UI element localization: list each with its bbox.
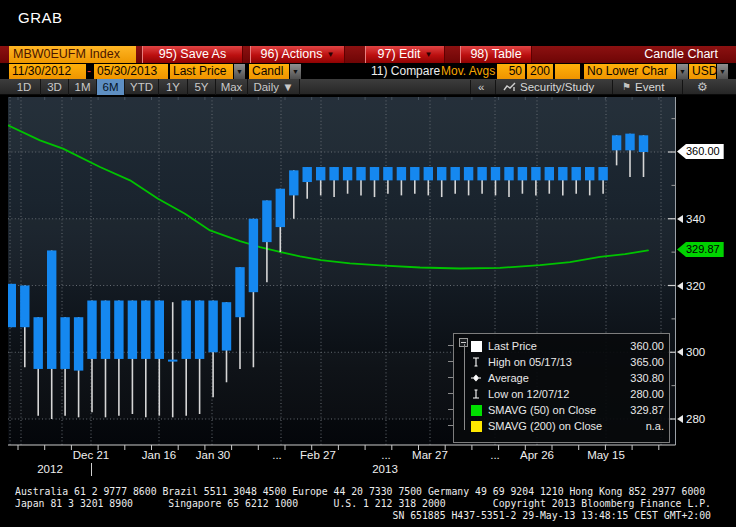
menu-bar: MBW0EUFM Index 95) Save As96) Actions▼97… xyxy=(0,46,736,63)
dropdown-arrow-icon: ▼ xyxy=(326,46,334,63)
axis-tick-arrow-icon xyxy=(677,415,683,423)
range-tab-bar: 1D3D1M6MYTD1Y5YMaxDaily ▼ « Security/Stu… xyxy=(0,79,736,95)
dropdown-arrow-icon: ▼ xyxy=(425,46,433,63)
y-axis-label-320: 320 xyxy=(677,279,705,293)
date-to-field[interactable]: 05/30/2013 xyxy=(94,64,168,79)
menu-button-95[interactable]: 95) Save As xyxy=(142,46,243,63)
white-square-swatch xyxy=(471,341,482,352)
chart-panel[interactable]: 360.00 329.87 340320300280 Dec 21Jan 16J… xyxy=(0,97,736,480)
legend-value: 360.00 xyxy=(630,340,669,352)
green-square-icon xyxy=(470,404,482,416)
bloomberg-terminal-screen: GRAB MBW0EUFM Index 95) Save As96) Actio… xyxy=(0,0,736,527)
menu-button-96[interactable]: 96) Actions▼ xyxy=(250,46,345,63)
year-label-2012: 2012 xyxy=(37,463,63,475)
axis-tick-arrow-icon xyxy=(677,348,683,356)
axis-tick-arrow-icon xyxy=(677,282,683,290)
chart-style-dropdown-icon[interactable]: ▼ xyxy=(290,64,301,79)
mov-avg-3-field[interactable] xyxy=(555,64,580,79)
legend-label: Low on 12/07/12 xyxy=(488,388,630,400)
tab-range-5y[interactable]: 5Y xyxy=(188,79,216,95)
y-axis-label-340: 340 xyxy=(677,212,705,226)
x-axis-label-8: Apr 26 xyxy=(520,449,554,461)
chart-type-title: Candle Chart xyxy=(644,46,718,63)
legend-row-last-price[interactable]: Last Price360.00 xyxy=(454,338,669,354)
legend-tree-stub xyxy=(448,409,453,410)
mov-avg-2-field[interactable]: 200 xyxy=(527,64,553,79)
tab-range-1m[interactable]: 1M xyxy=(69,79,97,95)
y-axis-label-280: 280 xyxy=(677,412,705,426)
axis-tick-arrow-icon xyxy=(677,215,683,223)
white-square-icon xyxy=(470,340,482,352)
price-field-dropdown-icon[interactable]: ▼ xyxy=(234,64,245,79)
x-axis-label-1: Jan 16 xyxy=(142,449,177,461)
x-axis-label-7: ... xyxy=(490,449,500,461)
legend-value: 330.80 xyxy=(630,372,669,384)
green-square-swatch xyxy=(471,405,482,416)
last-price-axis-tag: 360.00 xyxy=(677,144,724,159)
legend-row-high-on-05-17-13[interactable]: High on 05/17/13365.00 xyxy=(454,354,669,370)
lower-chart-dropdown-icon[interactable]: ▼ xyxy=(677,64,688,79)
legend-row-smavg-200-on-close[interactable]: SMAVG (200) on Closen.a. xyxy=(454,418,669,434)
legend-value: n.a. xyxy=(646,420,669,432)
x-axis-label-6: Mar 27 xyxy=(412,449,448,461)
security-study-button[interactable]: Security/Study xyxy=(520,79,594,95)
divider xyxy=(682,80,683,94)
footer-contacts-line1: Australia 61 2 9777 8600 Brazil 5511 304… xyxy=(15,486,705,497)
compare-button[interactable]: 11) Compare xyxy=(371,64,440,79)
chart-line-icon xyxy=(503,79,517,95)
menu-button-97[interactable]: 97) Edit▼ xyxy=(365,46,445,63)
legend-label: High on 05/17/13 xyxy=(488,356,630,368)
divider xyxy=(495,80,496,94)
tab-range-1y[interactable]: 1Y xyxy=(159,79,188,95)
price-field-select[interactable]: Last Price xyxy=(170,64,233,79)
legend-tree-stub xyxy=(448,393,453,394)
legend-tree-stub xyxy=(448,377,453,378)
tab-range-3d[interactable]: 3D xyxy=(41,79,69,95)
legend-label: SMAVG (50) on Close xyxy=(488,404,630,416)
mov-avg-1-field[interactable]: 50 xyxy=(497,64,525,79)
date-from-field[interactable]: 11/30/2012 xyxy=(9,64,86,79)
mov-avgs-button[interactable]: Mov. Avgs xyxy=(441,64,495,79)
lower-chart-select[interactable]: No Lower Char xyxy=(584,64,676,79)
legend-row-low-on-12-07-12[interactable]: Low on 12/07/12280.00 xyxy=(454,386,669,402)
legend-row-average[interactable]: Average330.80 xyxy=(454,370,669,386)
period-select[interactable]: Daily ▼ xyxy=(248,79,300,95)
event-button[interactable]: Event xyxy=(635,79,664,95)
average-marker-icon xyxy=(470,372,482,384)
currency-select[interactable]: USD xyxy=(689,64,716,79)
high-marker-icon xyxy=(470,356,482,368)
x-axis-label-4: Feb 27 xyxy=(300,449,336,461)
tab-range-6m[interactable]: 6M xyxy=(97,79,125,95)
date-separator: - xyxy=(87,64,91,79)
smavg-axis-tag: 329.87 xyxy=(677,242,724,257)
tab-range-ytd[interactable]: YTD xyxy=(125,79,159,95)
yellow-square-icon xyxy=(470,420,482,432)
menu-button-98[interactable]: 98) Table xyxy=(460,46,532,63)
currency-dropdown-icon[interactable]: ▼ xyxy=(717,64,728,79)
title-bar: GRAB xyxy=(0,0,736,44)
tab-range-1d[interactable]: 1D xyxy=(8,79,41,95)
legend-label: Last Price xyxy=(488,340,630,352)
gear-icon[interactable]: ⚙ xyxy=(697,79,708,95)
x-axis-label-2: Jan 30 xyxy=(196,449,231,461)
x-axis-label-5: ... xyxy=(381,449,391,461)
ticker-field[interactable]: MBW0EUFM Index xyxy=(9,46,136,63)
x-axis-label-0: Dec 21 xyxy=(73,449,109,461)
legend-tree-stub xyxy=(448,361,453,362)
footer-contacts-line2: Japan 81 3 3201 8900 Singapore 65 6212 1… xyxy=(15,498,711,509)
x-axis-label-9: May 15 xyxy=(587,449,625,461)
legend-row-smavg-50-on-close[interactable]: SMAVG (50) on Close329.87 xyxy=(454,402,669,418)
divider xyxy=(470,80,471,94)
collapse-panel-button[interactable]: « xyxy=(478,79,484,95)
legend-value: 280.00 xyxy=(630,388,669,400)
legend-tree-stub xyxy=(448,345,453,346)
tab-range-max[interactable]: Max xyxy=(216,79,248,95)
legend-label: Average xyxy=(488,372,630,384)
legend-label: SMAVG (200) on Close xyxy=(488,420,646,432)
chart-style-select[interactable]: Candl xyxy=(249,64,289,79)
year-label-2013: 2013 xyxy=(372,463,398,475)
year-divider xyxy=(91,463,92,476)
yellow-square-swatch xyxy=(471,421,482,432)
x-axis-label-3: ... xyxy=(272,449,282,461)
chart-legend[interactable]: Last Price360.00High on 05/17/13365.00Av… xyxy=(453,333,670,443)
